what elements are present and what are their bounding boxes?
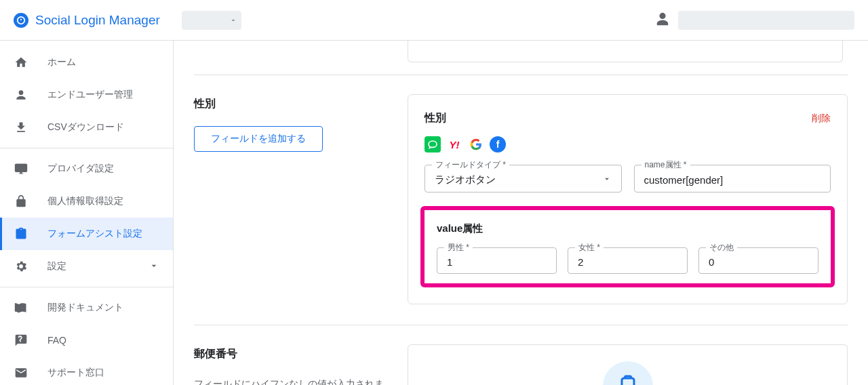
svg-rect-1 (622, 378, 634, 385)
google-icon (468, 136, 484, 153)
download-icon (14, 121, 28, 134)
topbar-left: Social Login Manager (14, 11, 241, 30)
sidebar-item-label: CSVダウンロード (47, 121, 124, 134)
sidebar-item-label: エンドユーザー管理 (47, 89, 133, 101)
clipboard-circle-icon (603, 361, 653, 385)
field-label: 女性 * (575, 242, 604, 254)
divider (0, 287, 173, 287)
add-field-button[interactable]: フィールドを追加する (194, 126, 323, 152)
sidebar-item-support[interactable]: サポート窓口 (0, 357, 173, 385)
sidebar-item-label: サポート窓口 (47, 367, 104, 379)
chevron-down-icon (149, 260, 159, 273)
logo-icon (14, 13, 28, 28)
field-type-select[interactable]: フィールドタイプ * ラジオボタン (425, 165, 622, 192)
line-icon (425, 136, 441, 153)
user-menu[interactable] (678, 11, 854, 30)
clipboard-icon (14, 227, 28, 241)
field-label: name属性 * (642, 159, 690, 171)
sidebar-item-home[interactable]: ホーム (0, 46, 173, 79)
sidebar-item-label: 設定 (47, 260, 66, 272)
lock-icon (14, 195, 28, 208)
sidebar-item-formassist[interactable]: フォームアシスト設定 (0, 218, 173, 250)
chevron-down-icon (229, 16, 237, 24)
sidebar-item-label: FAQ (47, 335, 66, 346)
topbar: Social Login Manager (0, 0, 868, 41)
previous-card-bottom (408, 41, 843, 62)
sidebar-item-label: フォームアシスト設定 (47, 228, 142, 240)
sidebar-item-faq[interactable]: FAQ (0, 324, 173, 357)
field-label: その他 (706, 242, 737, 254)
org-dropdown[interactable] (182, 11, 241, 30)
person-icon (14, 88, 28, 102)
sidebar: ホーム エンドユーザー管理 CSVダウンロード プロバイダ設定 個人情報取得設定… (0, 41, 174, 385)
divider (0, 148, 173, 148)
postal-card (408, 344, 848, 385)
yahoo-icon: Y! (446, 136, 462, 153)
sidebar-item-endusers[interactable]: エンドユーザー管理 (0, 79, 173, 111)
value-attr-highlight: value属性 男性 * 女性 * その他 (420, 206, 835, 287)
mail-icon (14, 366, 28, 380)
gender-section: 性別 フィールドを追加する 性別 削除 Y! f フィールドタイプ * (194, 75, 848, 304)
chevron-down-icon (602, 174, 612, 186)
help-icon (14, 333, 28, 347)
facebook-icon: f (490, 136, 506, 153)
sidebar-item-label: 個人情報取得設定 (47, 195, 123, 207)
gear-icon (14, 260, 28, 273)
main-content: 性別 フィールドを追加する 性別 削除 Y! f フィールドタイプ * (174, 41, 868, 385)
male-field[interactable] (447, 256, 547, 268)
sidebar-item-label: ホーム (47, 56, 76, 68)
card-header: 性別 削除 (425, 111, 831, 125)
sidebar-item-label: 開発ドキュメント (47, 302, 123, 314)
section-left: 郵便番号 フィールドにハイフンなしの値が入力されます。 (194, 344, 387, 385)
sidebar-item-privacy[interactable]: 個人情報取得設定 (0, 185, 173, 218)
topbar-right (655, 11, 854, 30)
sidebar-item-csv[interactable]: CSVダウンロード (0, 111, 173, 144)
section-left: 性別 フィールドを追加する (194, 94, 387, 304)
provider-icons: Y! f (425, 136, 831, 153)
gender-card: 性別 削除 Y! f フィールドタイプ * ラジオボタン (408, 94, 848, 304)
app-title: Social Login Manager (35, 13, 160, 28)
value-attr-title: value属性 (437, 222, 818, 235)
male-value-input[interactable]: 男性 * (437, 247, 557, 274)
field-label: 男性 * (444, 242, 473, 254)
sidebar-item-label: プロバイダ設定 (47, 163, 114, 175)
book-icon (14, 301, 28, 315)
card-title: 性別 (425, 111, 446, 125)
sidebar-item-settings[interactable]: 設定 (0, 250, 173, 283)
field-label: フィールドタイプ * (432, 159, 509, 171)
female-field[interactable] (578, 256, 677, 268)
avatar-icon[interactable] (655, 12, 670, 28)
name-attr-field[interactable] (644, 174, 821, 186)
section-title: 性別 (194, 97, 387, 111)
other-field[interactable] (709, 256, 808, 268)
name-attr-input[interactable]: name属性 * (634, 165, 831, 192)
value-row: 男性 * 女性 * その他 (437, 247, 818, 274)
section-desc: フィールドにハイフンなしの値が入力されます。 (194, 376, 387, 385)
delete-link[interactable]: 削除 (812, 113, 831, 125)
section-title: 郵便番号 (194, 347, 387, 361)
monitor-icon (14, 162, 28, 176)
female-value-input[interactable]: 女性 * (568, 247, 688, 274)
field-row: フィールドタイプ * ラジオボタン name属性 * (425, 165, 831, 192)
postal-section: 郵便番号 フィールドにハイフンなしの値が入力されます。 (194, 325, 848, 385)
sidebar-item-provider[interactable]: プロバイダ設定 (0, 153, 173, 185)
field-value: ラジオボタン (435, 174, 602, 186)
sidebar-item-docs[interactable]: 開発ドキュメント (0, 291, 173, 324)
home-icon (14, 56, 28, 69)
other-value-input[interactable]: その他 (698, 247, 818, 274)
